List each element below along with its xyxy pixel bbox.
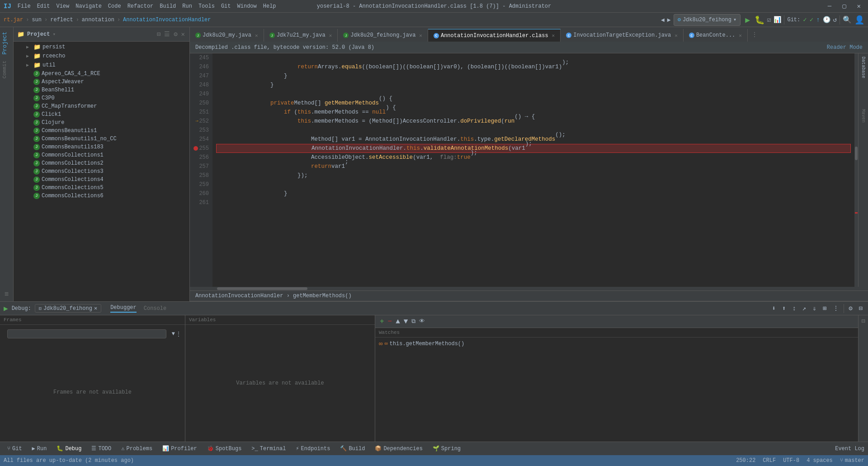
- dbg-step-over[interactable]: ⬇: [770, 304, 778, 313]
- tree-item-aspectj[interactable]: J AspectJWeaver: [14, 78, 189, 86]
- git-history-icon[interactable]: 🕐: [823, 16, 830, 24]
- tool-build[interactable]: 🔨 Build: [336, 444, 368, 453]
- more-tabs-button[interactable]: ⋮: [748, 31, 761, 38]
- back-button[interactable]: ◀: [661, 16, 665, 24]
- frames-filter-icon[interactable]: ▼: [172, 331, 175, 337]
- debug-session-selector[interactable]: ⊡ Jdk8u20_feihong ✕: [35, 304, 101, 313]
- tree-item-cbu183[interactable]: J CommonsBeanutils183: [14, 143, 189, 151]
- tree-item-ccmap[interactable]: J CC_MapTransformer: [14, 102, 189, 110]
- hscroll-thumb[interactable]: [217, 287, 307, 290]
- menu-help[interactable]: Help: [260, 2, 279, 10]
- menu-view[interactable]: View: [53, 2, 72, 10]
- tab-beanconte[interactable]: C BeanConte... ✕: [684, 29, 748, 42]
- tool-terminal[interactable]: >_ Terminal: [248, 445, 289, 453]
- menu-git[interactable]: Git: [218, 2, 234, 10]
- tree-item-rceecho[interactable]: ▶ 📁 rceecho: [14, 52, 189, 61]
- tool-run[interactable]: ▶ Run: [28, 444, 51, 453]
- git-rollback-icon[interactable]: ↺: [833, 16, 837, 24]
- profiler-button[interactable]: 📊: [774, 16, 781, 24]
- debug-button[interactable]: 🐛: [755, 15, 764, 25]
- tab-invocation-target[interactable]: C InvocationTargetException.java ✕: [561, 29, 684, 42]
- coverage-button[interactable]: ☑: [767, 16, 771, 24]
- menu-navigate[interactable]: Navigate: [73, 2, 104, 10]
- watch-down-btn[interactable]: ▼: [403, 318, 409, 326]
- horizontal-scrollbar[interactable]: [190, 287, 868, 290]
- tab-jdk7u21my[interactable]: J Jdk7u21_my.java ✕: [264, 29, 338, 42]
- tree-item-cc6[interactable]: J CommonsCollections6: [14, 192, 189, 200]
- code-editor[interactable]: 245 246 247 248 249 250 251 → 252 253 25…: [190, 53, 868, 290]
- watch-remove-btn[interactable]: −: [387, 318, 393, 326]
- watch-add-btn[interactable]: +: [379, 318, 385, 326]
- tool-problems[interactable]: ⚠ Problems: [118, 444, 156, 453]
- status-branch[interactable]: ⑂ master: [840, 457, 864, 464]
- code-content[interactable]: return Arrays.equals((boolean[])((boolea…: [212, 53, 854, 287]
- menu-window[interactable]: Window: [235, 2, 259, 10]
- tool-spring[interactable]: 🌱 Spring: [429, 444, 464, 453]
- close-panel-icon[interactable]: ✕: [180, 29, 186, 39]
- tree-item-cc1[interactable]: J CommonsCollections1: [14, 151, 189, 159]
- tree-item-persist[interactable]: ▶ 📁 persist: [14, 43, 189, 52]
- tree-item-cc5[interactable]: J CommonsCollections5: [14, 184, 189, 192]
- console-tab[interactable]: Console: [144, 305, 166, 312]
- watch-copy-btn[interactable]: ⧉: [410, 318, 416, 325]
- tab-annotation-handler[interactable]: C AnnotationInvocationHandler.class ✕: [428, 29, 561, 42]
- breakpoint-255[interactable]: [193, 146, 198, 151]
- run-button[interactable]: ▶: [743, 15, 752, 25]
- tree-item-cc3[interactable]: J CommonsCollections3: [14, 167, 189, 176]
- settings-icon[interactable]: ⚙: [173, 29, 178, 39]
- status-position[interactable]: 250:22: [736, 457, 755, 464]
- tool-todo[interactable]: ☰ TODO: [88, 444, 115, 453]
- dbg-eval[interactable]: ⇓: [811, 304, 818, 313]
- menu-code[interactable]: Code: [105, 2, 124, 10]
- tool-git[interactable]: ⑂ Git: [4, 445, 26, 453]
- left-icon-bottom[interactable]: ≡: [0, 288, 13, 301]
- reader-mode-button[interactable]: Reader Mode: [827, 44, 863, 51]
- left-icon-commit[interactable]: Commit: [0, 58, 13, 81]
- tab-jdk8u20feihong[interactable]: J Jdk8u20_feihong.java ✕: [338, 29, 428, 42]
- tree-item-cbu1nocc[interactable]: J CommonsBeanutils1_no_CC: [14, 135, 189, 143]
- dbg-right-layout-icon[interactable]: ⊟: [861, 317, 865, 325]
- forward-button[interactable]: ▶: [667, 16, 671, 24]
- tree-item-cbu1[interactable]: J CommonsBeanutils1: [14, 127, 189, 135]
- menu-run[interactable]: Run: [179, 2, 195, 10]
- run-config-selector[interactable]: ⚙ Jdk8u20_feihong ▾: [674, 14, 741, 26]
- dbg-run-cursor[interactable]: ↗: [801, 304, 808, 313]
- tab-close-jdk8u20my[interactable]: ✕: [255, 33, 258, 38]
- project-dropdown-icon[interactable]: ▾: [52, 31, 56, 37]
- tree-item-apereo[interactable]: J Apereo_CAS_4_1_RCE: [14, 70, 189, 78]
- tree-item-beanshell[interactable]: J BeanShell1: [14, 86, 189, 94]
- watch-up-btn[interactable]: ▲: [395, 318, 401, 326]
- left-icon-project[interactable]: Project: [0, 29, 13, 57]
- tree-item-util[interactable]: ▶ 📁 util: [14, 61, 189, 70]
- status-indent[interactable]: 4 spaces: [807, 457, 833, 464]
- tab-jdk8u20my[interactable]: J Jdk8u20_my.java ✕: [190, 29, 264, 42]
- debug-run-icon[interactable]: ▶: [4, 304, 8, 313]
- tree-item-cc2[interactable]: J CommonsCollections2: [14, 159, 189, 167]
- collapse-all-icon[interactable]: ⊟: [156, 29, 161, 39]
- event-log-btn[interactable]: Event Log: [835, 446, 864, 452]
- minimize-button[interactable]: ─: [824, 3, 835, 10]
- tab-close-invocation[interactable]: ✕: [675, 33, 678, 38]
- tool-endpoints[interactable]: ⚡ Endpoints: [292, 444, 334, 453]
- git-tick-icon[interactable]: ✓: [810, 16, 813, 24]
- tool-spotbugs[interactable]: 🐞 SpotBugs: [203, 444, 245, 453]
- search-button[interactable]: 🔍: [843, 15, 852, 24]
- watch-eval-btn[interactable]: 👁: [418, 318, 426, 325]
- tab-close-jdk7u21my[interactable]: ✕: [329, 33, 332, 38]
- debug-session-close[interactable]: ✕: [94, 305, 97, 312]
- dbg-breakpoints[interactable]: ⊞: [821, 304, 828, 313]
- show-options-icon[interactable]: ☰: [163, 29, 171, 39]
- git-push-icon[interactable]: ↑: [816, 16, 820, 24]
- maximize-button[interactable]: ▢: [839, 2, 849, 10]
- dbg-step-out[interactable]: ↕: [790, 304, 797, 313]
- tool-profiler[interactable]: 📊 Profiler: [159, 444, 201, 453]
- debugger-tab[interactable]: Debugger: [110, 304, 137, 313]
- status-encoding[interactable]: UTF-8: [783, 457, 799, 464]
- right-icon-maven[interactable]: Maven: [860, 108, 867, 124]
- menu-file[interactable]: File: [15, 2, 33, 10]
- tab-close-beanconte[interactable]: ✕: [739, 33, 742, 38]
- tab-close-jdk8u20feihong[interactable]: ✕: [419, 33, 422, 38]
- dbg-settings[interactable]: ⚙: [847, 304, 854, 313]
- menu-refactor[interactable]: Refactor: [125, 2, 156, 10]
- frames-search-input[interactable]: [7, 329, 166, 338]
